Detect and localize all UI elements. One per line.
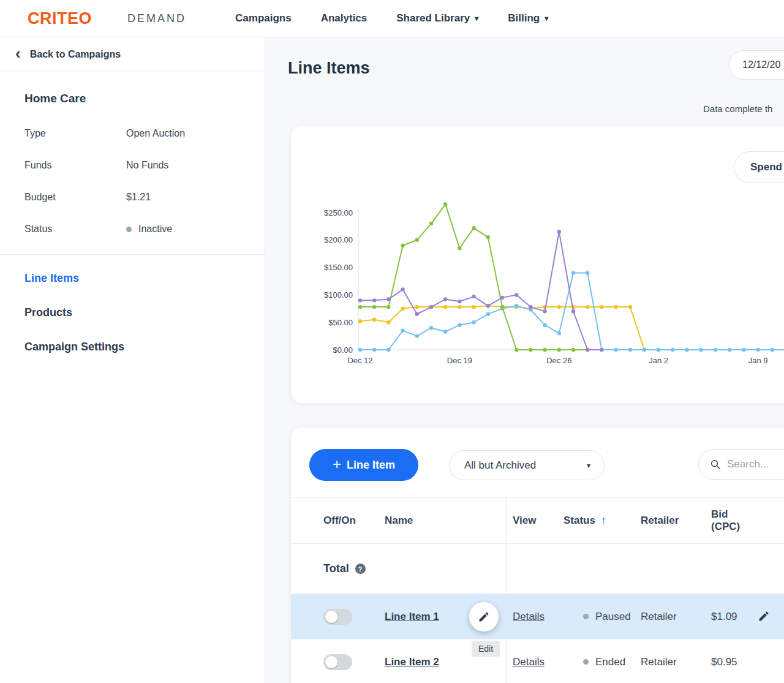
pencil-icon bbox=[758, 610, 770, 622]
detail-value-type: Open Auction bbox=[126, 128, 185, 139]
svg-text:$100.00: $100.00 bbox=[324, 290, 353, 300]
edit-line-item-button[interactable] bbox=[469, 602, 499, 632]
svg-text:Dec 12: Dec 12 bbox=[347, 356, 372, 365]
toggle-knob bbox=[325, 611, 337, 623]
nav-analytics[interactable]: Analytics bbox=[321, 12, 368, 25]
status-cell: Paused bbox=[564, 611, 641, 623]
nav-shared-library[interactable]: Shared Library ▾ bbox=[396, 12, 478, 25]
nav-shared-library-label: Shared Library bbox=[396, 12, 470, 25]
column-header-status[interactable]: Status ↑ bbox=[564, 515, 641, 527]
status-label: Paused bbox=[595, 611, 631, 623]
search-input[interactable] bbox=[727, 458, 784, 470]
svg-text:$0.00: $0.00 bbox=[333, 345, 353, 355]
status-dot bbox=[583, 614, 589, 619]
bid-cell: $1.09 bbox=[711, 611, 758, 623]
column-header-off-on: Off/On bbox=[323, 515, 385, 527]
line-item-name-link[interactable]: Line Item 1 bbox=[385, 611, 439, 622]
sidebar-item-products[interactable]: Products bbox=[24, 306, 265, 319]
svg-text:Jan 2: Jan 2 bbox=[649, 356, 668, 365]
off-on-toggle[interactable] bbox=[323, 609, 352, 625]
detail-row-type: Type Open Auction bbox=[24, 118, 265, 149]
detail-value-budget: $1.21 bbox=[126, 192, 151, 203]
line-items-table-card: + Line Item All but Archived ▾ Off/On Na… bbox=[291, 428, 784, 683]
off-on-cell bbox=[323, 654, 385, 670]
svg-text:Dec 19: Dec 19 bbox=[447, 356, 472, 365]
filter-value: All but Archived bbox=[464, 459, 536, 472]
chevron-down-icon: ▾ bbox=[475, 15, 478, 22]
chevron-down-icon: ▾ bbox=[545, 15, 548, 22]
view-details-link[interactable]: Details bbox=[513, 656, 545, 668]
nav-campaigns[interactable]: Campaigns bbox=[235, 12, 292, 25]
criteo-logo[interactable]: CRITEO bbox=[28, 9, 92, 28]
table-row-line-item-2: Line Item 2 Details Ended Retailer $0.95 bbox=[291, 640, 784, 683]
off-on-toggle[interactable] bbox=[323, 654, 352, 670]
metric-label: Spend bbox=[750, 161, 782, 173]
pencil-icon bbox=[478, 611, 490, 623]
nav-campaigns-label: Campaigns bbox=[235, 12, 292, 25]
archive-filter-dropdown[interactable]: All but Archived ▾ bbox=[449, 450, 605, 480]
detail-row-budget: Budget $1.21 bbox=[24, 181, 265, 213]
svg-text:$150.00: $150.00 bbox=[324, 263, 353, 272]
column-header-bid: Bid (CPC) bbox=[711, 508, 758, 533]
sort-ascending-icon: ↑ bbox=[601, 515, 606, 527]
column-header-view: View bbox=[513, 515, 564, 527]
table-row-line-item-1: Line Item 1 Details Paused Retailer $1.0… bbox=[291, 594, 784, 640]
nav-analytics-label: Analytics bbox=[321, 12, 368, 25]
add-line-item-button[interactable]: + Line Item bbox=[309, 449, 418, 481]
detail-label-budget: Budget bbox=[24, 192, 126, 203]
page-title: Line Items bbox=[288, 59, 370, 78]
detail-label-status: Status bbox=[24, 224, 126, 235]
total-label: Total bbox=[323, 562, 349, 575]
campaign-status-label: Inactive bbox=[138, 224, 172, 235]
chevron-left-icon: ‹ bbox=[15, 45, 21, 61]
view-details-link[interactable]: Details bbox=[513, 611, 545, 622]
back-to-campaigns-link[interactable]: ‹ Back to Campaigns bbox=[0, 37, 265, 72]
retailer-cell: Retailer bbox=[641, 656, 711, 668]
sidebar-item-campaign-settings[interactable]: Campaign Settings bbox=[24, 341, 265, 353]
status-dot bbox=[583, 659, 589, 665]
total-cell: Total ? bbox=[323, 562, 385, 575]
svg-text:Jan 9: Jan 9 bbox=[748, 356, 768, 365]
metric-selector-spend[interactable]: Spend bbox=[734, 151, 784, 183]
nav-billing-label: Billing bbox=[508, 12, 540, 25]
divider bbox=[0, 254, 265, 255]
data-freshness-note: Data complete th bbox=[703, 104, 772, 114]
edit-bid-button[interactable] bbox=[758, 610, 771, 624]
sidebar-item-line-items[interactable]: Line Items bbox=[24, 272, 265, 285]
help-icon[interactable]: ? bbox=[355, 564, 366, 574]
product-label: DEMAND bbox=[127, 12, 186, 25]
detail-value-funds: No Funds bbox=[126, 160, 168, 171]
back-label: Back to Campaigns bbox=[30, 49, 121, 60]
name-cell: Line Item 2 bbox=[385, 656, 506, 668]
status-header-label: Status bbox=[564, 515, 595, 527]
top-navigation: CRITEO DEMAND Campaigns Analytics Shared… bbox=[0, 0, 784, 37]
campaign-section-nav: Line Items Products Campaign Settings bbox=[24, 272, 265, 353]
edit-tooltip: Edit bbox=[472, 641, 500, 657]
add-line-item-label: Line Item bbox=[347, 459, 395, 472]
campaign-details: Type Open Auction Funds No Funds Budget … bbox=[24, 118, 265, 245]
status-cell: Ended bbox=[564, 656, 641, 668]
status-label: Ended bbox=[595, 656, 625, 668]
svg-text:$50.00: $50.00 bbox=[328, 318, 353, 327]
line-item-name-link[interactable]: Line Item 2 bbox=[385, 656, 439, 668]
campaign-status-value: Inactive bbox=[126, 224, 172, 235]
svg-text:$250.00: $250.00 bbox=[324, 208, 353, 217]
date-range-picker[interactable]: 12/12/20 bbox=[729, 50, 784, 80]
status-dot bbox=[126, 227, 132, 232]
retailer-cell: Retailer bbox=[641, 611, 711, 623]
detail-row-status: Status Inactive bbox=[24, 213, 265, 245]
date-range-value: 12/12/20 bbox=[742, 59, 780, 70]
column-header-name: Name bbox=[385, 515, 506, 527]
nav-billing[interactable]: Billing ▾ bbox=[508, 12, 548, 25]
table-header-row: Off/On Name View Status ↑ Retailer Bid (… bbox=[291, 497, 784, 544]
detail-label-type: Type bbox=[24, 128, 126, 139]
svg-text:$200.00: $200.00 bbox=[324, 235, 353, 244]
detail-label-funds: Funds bbox=[24, 160, 126, 171]
search-icon bbox=[710, 459, 721, 470]
main-nav: Campaigns Analytics Shared Library ▾ Bil… bbox=[235, 12, 548, 25]
bid-cell: $0.95 bbox=[711, 656, 758, 668]
campaign-sidebar: ‹ Back to Campaigns Home Care Type Open … bbox=[0, 37, 265, 683]
performance-chart-card: Spend $0.00$50.00$100.00$150.00$200.00$2… bbox=[291, 126, 784, 403]
plus-icon: + bbox=[333, 457, 341, 472]
view-cell: Details bbox=[513, 656, 564, 668]
